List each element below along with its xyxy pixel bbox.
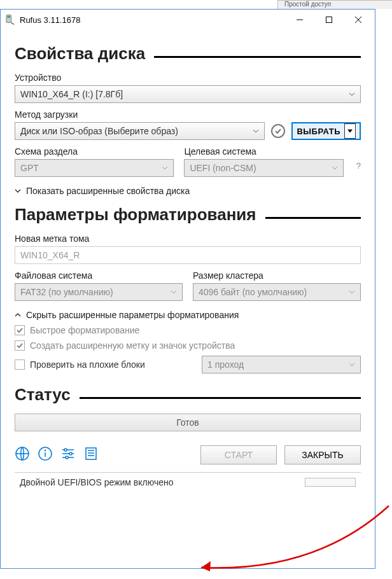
start-button[interactable]: СТАРТ xyxy=(200,445,277,464)
expander-label: Показать расширенные свойства диска xyxy=(26,186,190,196)
section-drive-properties: Свойства диска xyxy=(15,44,361,64)
cluster-size-select[interactable]: 4096 байт (по умолчанию) xyxy=(193,283,361,301)
svg-rect-1 xyxy=(8,16,11,18)
device-value: WIN10_X64_R (I:) [7.8Гб] xyxy=(20,89,123,99)
passes-value: 1 проход xyxy=(207,359,244,370)
target-help-icon[interactable]: ? xyxy=(356,161,361,171)
boot-selection-select[interactable]: Диск или ISO-образ (Выберите образ) xyxy=(15,122,265,140)
checkbox-label: Проверить на плохие блоки xyxy=(30,359,145,370)
hide-advanced-format-toggle[interactable]: Скрыть расширенные параметры форматирова… xyxy=(15,310,361,320)
svg-point-6 xyxy=(45,450,46,451)
close-button[interactable] xyxy=(346,10,375,30)
maximize-button[interactable] xyxy=(316,10,346,30)
bad-blocks-checkbox[interactable]: Проверить на плохие блоки xyxy=(15,359,145,370)
section-title: Параметры форматирования xyxy=(15,205,256,225)
quick-format-checkbox[interactable]: Быстрое форматирование xyxy=(15,325,361,335)
chevron-down-icon xyxy=(332,163,338,173)
cluster-value: 4096 байт (по умолчанию) xyxy=(199,287,307,297)
minimize-button[interactable] xyxy=(287,10,316,30)
scheme-value: GPT xyxy=(20,163,39,173)
verify-icon[interactable] xyxy=(271,124,285,138)
partition-scheme-select[interactable]: GPT xyxy=(15,159,174,177)
background-fragment: Простой доступ xyxy=(277,0,392,9)
target-value: UEFI (non-CSM) xyxy=(190,163,256,173)
section-title: Свойства диска xyxy=(15,44,145,64)
about-button[interactable] xyxy=(38,446,53,464)
filesystem-select[interactable]: FAT32 (по умолчанию) xyxy=(15,283,183,301)
chevron-down-icon xyxy=(15,186,21,196)
device-label: Устройство xyxy=(15,73,361,83)
fs-value: FAT32 (по умолчанию) xyxy=(20,287,113,297)
cluster-size-label: Размер кластера xyxy=(193,270,361,281)
language-button[interactable] xyxy=(15,446,30,464)
select-dropdown-icon[interactable] xyxy=(344,123,356,139)
checkbox-icon xyxy=(15,340,25,351)
app-icon xyxy=(4,14,16,25)
chevron-down-icon xyxy=(162,163,168,173)
bad-blocks-passes-select[interactable]: 1 проход xyxy=(202,356,361,373)
boot-label: Метод загрузки xyxy=(15,109,361,120)
extended-label-checkbox[interactable]: Создать расширенную метку и значок устро… xyxy=(15,340,361,351)
rufus-window: Rufus 3.11.1678 Свойства диска Устройств… xyxy=(0,9,375,569)
titlebar[interactable]: Rufus 3.11.1678 xyxy=(1,10,375,30)
status-progress: Готов xyxy=(15,414,361,431)
status-text: Двойной UEFI/BIOS режим включено xyxy=(20,477,174,487)
checkbox-icon xyxy=(15,325,25,335)
filesystem-label: Файловая система xyxy=(15,270,183,281)
chevron-down-icon xyxy=(253,126,259,136)
volume-label-label: Новая метка тома xyxy=(15,234,361,244)
device-select[interactable]: WIN10_X64_R (I:) [7.8Гб] xyxy=(15,85,361,103)
svg-rect-13 xyxy=(86,448,96,459)
svg-rect-2 xyxy=(326,17,332,23)
section-title: Статус xyxy=(15,385,71,405)
target-system-label: Целевая система xyxy=(184,146,343,157)
show-advanced-drive-toggle[interactable]: Показать расширенные свойства диска xyxy=(15,186,361,196)
svg-point-10 xyxy=(64,449,67,451)
target-system-select[interactable]: UEFI (non-CSM) xyxy=(184,159,343,177)
boot-value: Диск или ISO-образ (Выберите образ) xyxy=(20,126,178,136)
select-button-label: ВЫБРАТЬ xyxy=(297,127,340,136)
mini-progress xyxy=(305,478,356,487)
section-status: Статус xyxy=(15,385,361,405)
partition-scheme-label: Схема раздела xyxy=(15,146,174,157)
checkbox-label: Быстрое форматирование xyxy=(30,325,139,335)
status-line: Двойной UEFI/BIOS режим включено xyxy=(15,472,361,491)
chevron-down-icon xyxy=(349,287,355,297)
chevron-down-icon xyxy=(349,359,355,370)
settings-button[interactable] xyxy=(60,446,76,464)
chevron-up-icon xyxy=(15,310,21,320)
close-app-button[interactable]: ЗАКРЫТЬ xyxy=(284,445,361,464)
log-button[interactable] xyxy=(83,446,99,464)
checkbox-label: Создать расширенную метку и значок устро… xyxy=(30,340,235,351)
checkbox-icon xyxy=(15,359,25,370)
section-format-options: Параметры форматирования xyxy=(15,205,361,225)
select-image-button[interactable]: ВЫБРАТЬ xyxy=(291,122,361,140)
chevron-down-icon xyxy=(349,89,355,99)
chevron-down-icon xyxy=(171,287,177,297)
window-title: Rufus 3.11.1678 xyxy=(20,15,287,25)
svg-point-11 xyxy=(69,452,72,455)
svg-point-12 xyxy=(66,456,68,459)
volume-label-input[interactable] xyxy=(15,246,361,264)
expander-label: Скрыть расширенные параметры форматирова… xyxy=(26,310,239,320)
